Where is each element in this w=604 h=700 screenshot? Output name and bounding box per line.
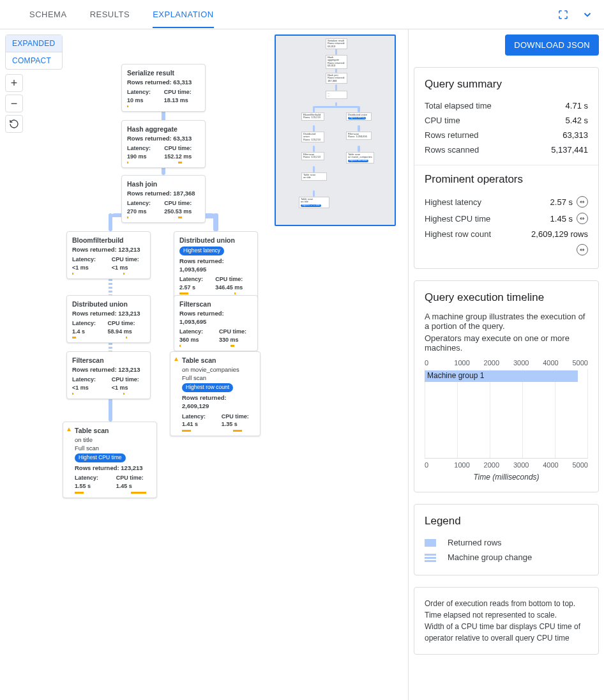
timeline-chart: Machine group 1 xyxy=(425,369,588,459)
tab-explanation[interactable]: EXPLANATION xyxy=(153,1,214,28)
warning-icon: ▲ xyxy=(173,354,179,363)
op-hash-aggregate[interactable]: Hash aggregate Rows returned: 63,313 Lat… xyxy=(121,120,206,168)
timeline-title: Query execution timeline xyxy=(425,291,588,304)
zoom-out-button[interactable]: − xyxy=(5,95,23,112)
fullscreen-icon[interactable] xyxy=(557,8,570,21)
minimap[interactable]: Serialize resultRows returned: 63,313 Ha… xyxy=(275,34,396,226)
footnote-card: Order of execution reads from bottom to … xyxy=(414,587,599,655)
op-distributed-union-right[interactable]: Distributed union Highest latency Rows r… xyxy=(174,231,258,299)
legend-card: Legend Returned rows Machine group chang… xyxy=(414,504,599,575)
query-summary-title: Query summary xyxy=(425,78,588,91)
op-filterscan-right[interactable]: Filterscan Rows returned: 1,093,695 Late… xyxy=(174,295,258,351)
legend-title: Legend xyxy=(425,515,588,528)
op-filterscan-left[interactable]: Filterscan Rows returned: 123,213 Latenc… xyxy=(66,351,151,399)
link-icon[interactable]: ⇔ xyxy=(577,196,588,208)
timeline-card: Query execution timeline A machine group… xyxy=(414,280,599,492)
returned-rows-swatch xyxy=(425,539,436,547)
download-json-button[interactable]: DOWNLOAD JSON xyxy=(505,34,599,56)
zoom-in-button[interactable]: + xyxy=(5,74,23,92)
view-toggle: EXPANDED COMPACT xyxy=(5,34,63,70)
warning-icon: ▲ xyxy=(66,425,72,434)
compact-toggle[interactable]: COMPACT xyxy=(6,52,62,69)
link-icon[interactable]: ⇔ xyxy=(577,213,588,224)
op-serialize-result[interactable]: Serialize result Rows returned: 63,313 L… xyxy=(121,64,206,112)
machine-group-swatch xyxy=(425,553,436,562)
zoom-reset-button[interactable] xyxy=(5,115,23,133)
op-hash-join[interactable]: Hash join Rows returned: 187,368 Latency… xyxy=(121,175,206,223)
op-distributed-union-left[interactable]: Distributed union Rows returned: 123,213… xyxy=(66,295,151,343)
tab-schema[interactable]: SCHEMA xyxy=(29,1,67,28)
prominent-operators-title: Prominent operators xyxy=(425,173,588,186)
query-summary-card: Query summary Total elapsed time4.71 s C… xyxy=(414,67,599,269)
op-table-scan-movie-companies[interactable]: ▲ Table scan on movie_companies Full sca… xyxy=(170,351,260,436)
tab-bar: SCHEMA RESULTS EXPLANATION xyxy=(29,1,214,28)
machine-group-bar[interactable]: Machine group 1 xyxy=(425,370,578,382)
op-table-scan-title[interactable]: ▲ Table scan on title Full scan Highest … xyxy=(63,422,157,498)
expanded-toggle[interactable]: EXPANDED xyxy=(6,35,62,52)
op-bloom-filter-build[interactable]: Bloomfilterbuild Rows returned: 123,213 … xyxy=(66,231,151,279)
chevron-down-icon[interactable] xyxy=(581,8,594,21)
link-icon[interactable]: ⇔ xyxy=(577,244,588,255)
tab-results[interactable]: RESULTS xyxy=(90,1,130,28)
